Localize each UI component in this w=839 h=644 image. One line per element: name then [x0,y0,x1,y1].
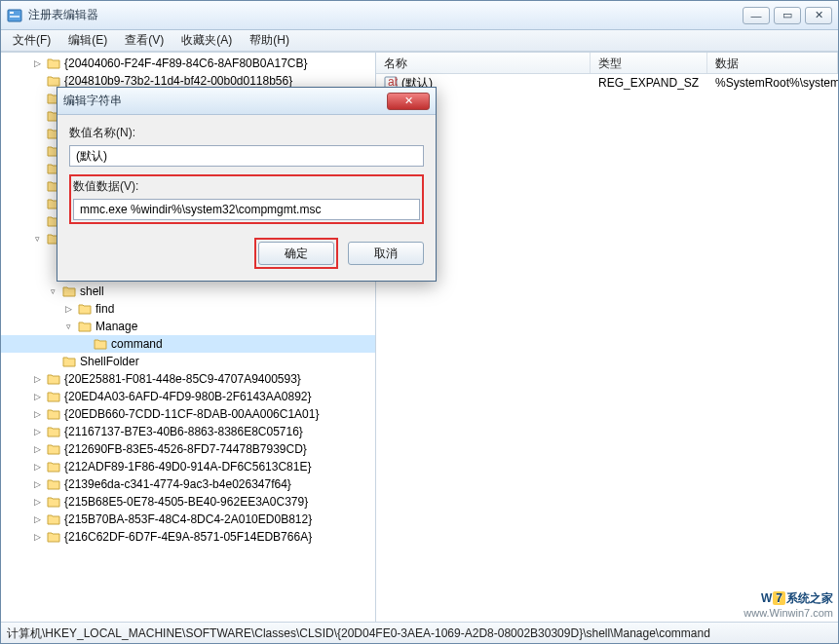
expand-icon[interactable]: ▷ [32,58,43,69]
dialog-title: 编辑字符串 [63,93,387,109]
value-name-label: 数值名称(N): [69,125,424,141]
folder-icon [47,513,60,525]
tree-node-label: {212690FB-83E5-4526-8FD7-74478B7939CD} [64,442,307,456]
tree-node-label: shell [80,284,104,298]
expand-icon[interactable]: ▷ [32,374,43,385]
col-data[interactable]: 数据 [707,53,838,73]
expand-icon[interactable]: ▷ [32,514,43,525]
menu-help[interactable]: 帮助(H) [242,30,297,51]
watermark-text: 系统之家 [786,591,833,605]
tree-node[interactable]: ▷{21167137-B7E3-40B6-8863-8386E8C05716} [1,423,375,440]
folder-icon [47,443,60,455]
collapse-icon[interactable]: ▿ [63,322,74,332]
tree-node[interactable]: ▷{215B68E5-0E78-4505-BE40-962EE3A0C379} [1,493,375,511]
tree-node-label: {216C62DF-6D7F-4E9A-8571-05F14EDB766A} [64,530,312,544]
watermark-url: www.Winwin7.com [744,607,833,619]
tree-node[interactable]: ShellFolder [1,353,375,370]
expand-icon[interactable]: ▷ [32,427,43,437]
tree-node-label: {20EDB660-7CDD-11CF-8DAB-00AA006C1A01} [64,407,319,421]
tree-node[interactable]: ▷{2139e6da-c341-4774-9ac3-b4e026347f64} [1,475,375,493]
tree-node-label: {215B68E5-0E78-4505-BE40-962EE3A0C379} [64,495,308,509]
menu-view[interactable]: 查看(V) [117,30,172,51]
expand-icon[interactable]: ▷ [32,409,43,420]
menu-edit[interactable]: 编辑(E) [60,30,115,51]
folder-icon [47,57,60,69]
no-toggle [32,129,43,139]
maximize-button[interactable]: ▭ [774,7,801,24]
no-toggle [32,216,43,227]
tree-node[interactable]: command [1,335,375,353]
watermark: W7系统之家 www.Winwin7.com [744,589,833,619]
tree-node-label: {2139e6da-c341-4774-9ac3-b4e026347f64} [64,477,291,491]
folder-icon [78,303,92,315]
expand-icon[interactable]: ▷ [32,497,43,508]
folder-icon [47,496,60,508]
regedit-icon [7,8,22,23]
collapse-icon[interactable]: ▿ [48,286,58,297]
tree-node[interactable]: ▿shell [1,283,375,300]
col-name[interactable]: 名称 [376,53,591,73]
tree-node-label: {20E25881-F081-448e-85C9-4707A9400593} [64,372,301,386]
folder-icon [47,408,60,420]
folder-icon [62,356,76,367]
folder-icon [47,75,60,87]
folder-icon [62,285,76,297]
expand-icon[interactable]: ▷ [32,479,43,490]
no-toggle [32,111,43,122]
tree-node[interactable]: ▷{20E25881-F081-448e-85C9-4707A9400593} [1,370,375,388]
expand-icon[interactable]: ▷ [32,392,43,402]
dialog-titlebar[interactable]: 编辑字符串 ✕ [57,88,436,115]
list-body[interactable]: ab (默认) REG_EXPAND_SZ %SystemRoot%\syste… [376,74,838,622]
value-type: REG_EXPAND_SZ [591,76,707,90]
tree-node-label: find [95,302,114,316]
folder-icon [47,461,60,473]
no-toggle [79,339,90,350]
menu-favorites[interactable]: 收藏夹(A) [173,30,240,51]
svg-rect-1 [10,12,14,14]
svg-rect-2 [10,16,19,18]
menu-file[interactable]: 文件(F) [5,30,58,51]
ok-button[interactable]: 确定 [258,242,334,265]
minimize-button[interactable]: — [743,7,770,24]
tree-node-label: {204810b9-73b2-11d4-bf42-00b0d0118b56} [64,74,292,88]
tree-node-label: {212ADF89-1F86-49D0-914A-DF6C5613C81E} [64,460,311,474]
tree-node[interactable]: ▿Manage [1,318,375,335]
close-button[interactable]: ✕ [805,7,832,24]
value-data: %SystemRoot%\system32\Com [707,76,838,90]
ok-button-highlight: 确定 [254,238,338,269]
titlebar[interactable]: 注册表编辑器 — ▭ ✕ [1,1,838,30]
tree-node[interactable]: ▷find [1,300,375,318]
dialog-close-button[interactable]: ✕ [387,93,430,110]
expand-icon[interactable]: ▷ [63,304,74,315]
value-name-input[interactable] [69,145,424,167]
tree-node-label: {21167137-B7E3-40B6-8863-8386E8C05716} [64,425,303,438]
folder-icon [94,338,107,350]
tree-node[interactable]: ▷{212690FB-83E5-4526-8FD7-74478B7939CD} [1,440,375,458]
collapse-icon[interactable]: ▿ [32,234,43,245]
tree-node[interactable]: ▷{215B70BA-853F-48C4-8DC4-2A010ED0B812} [1,511,375,528]
watermark-7: 7 [773,591,785,605]
statusbar: 计算机\HKEY_LOCAL_MACHINE\SOFTWARE\Classes\… [1,622,838,643]
tree-node[interactable]: ▷{216C62DF-6D7F-4E9A-8571-05F14EDB766A} [1,528,375,546]
tree-node-label: command [111,337,163,351]
tree-node[interactable]: ▷{20ED4A03-6AFD-4FD9-980B-2F6143AA0892} [1,388,375,405]
col-type[interactable]: 类型 [591,53,707,73]
value-row[interactable]: ab (默认) REG_EXPAND_SZ %SystemRoot%\syste… [376,74,838,92]
expand-icon[interactable]: ▷ [32,462,43,473]
tree-node-label: {215B70BA-853F-48C4-8DC4-2A010ED0B812} [64,512,312,526]
tree-node[interactable]: ▷{20EDB660-7CDD-11CF-8DAB-00AA006C1A01} [1,405,375,423]
folder-icon [47,531,60,543]
no-toggle [32,164,43,174]
tree-node[interactable]: ▷{20404060-F24F-4F89-84C6-8AF80B0A17CB} [1,55,375,72]
folder-icon [47,373,60,385]
window-title: 注册表编辑器 [28,7,743,23]
no-toggle [32,146,43,157]
cancel-button[interactable]: 取消 [348,242,424,265]
expand-icon[interactable]: ▷ [32,444,43,455]
folder-icon [47,391,60,402]
value-data-input[interactable] [73,199,420,220]
edit-string-dialog: 编辑字符串 ✕ 数值名称(N): 数值数据(V): 确定 取消 [57,87,437,282]
tree-node[interactable]: ▷{212ADF89-1F86-49D0-914A-DF6C5613C81E} [1,458,375,475]
expand-icon[interactable]: ▷ [32,532,43,543]
no-toggle [32,199,43,209]
